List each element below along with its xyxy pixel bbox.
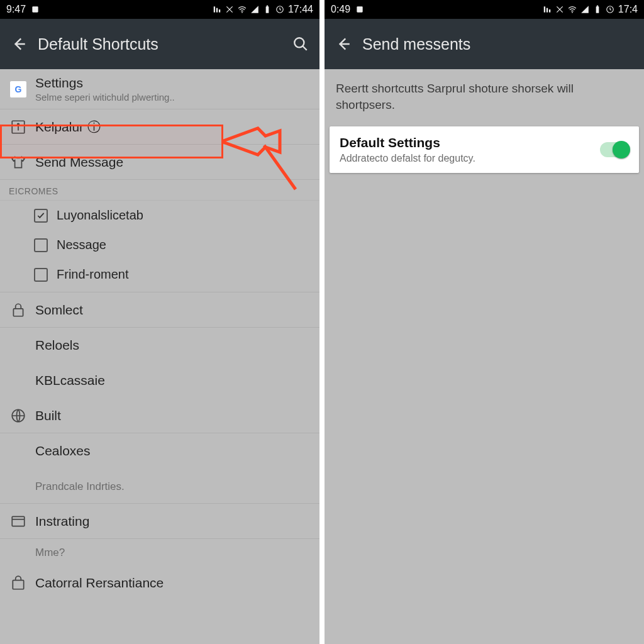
catorral-label: Catorral Rersantiance [35, 575, 311, 591]
reloels-row[interactable]: Reloels [0, 328, 319, 363]
description-text: Reertt shortcutts Sarprul shoture shorse… [325, 69, 644, 126]
kelpalur-label: Kelpalur ⓘ [35, 118, 311, 136]
built-label: Built [35, 408, 311, 423]
svg-rect-15 [357, 6, 362, 12]
svg-rect-2 [216, 8, 218, 13]
svg-rect-17 [547, 8, 548, 13]
check-row-3[interactable]: Frind-roment [0, 260, 319, 292]
bag-icon [9, 574, 28, 592]
svg-rect-1 [214, 6, 215, 12]
data-icon [543, 5, 552, 14]
somlect-row[interactable]: Somlect [0, 292, 319, 328]
wifi-icon [238, 5, 247, 14]
mme-label: Mme? [35, 547, 311, 559]
svg-rect-14 [13, 580, 23, 589]
card-title: Default Settings [340, 135, 600, 150]
send-message-label: Send Message [35, 155, 311, 170]
svg-point-4 [242, 12, 243, 13]
send-message-row[interactable]: Send Message [0, 145, 319, 180]
svg-rect-11 [13, 308, 23, 316]
back-button[interactable] [332, 33, 355, 55]
check-label-2: Nessage [57, 238, 106, 252]
appbar-title: Send messents [362, 35, 636, 53]
check-row-1[interactable]: Luyonalslicetab [0, 201, 319, 230]
section-header: EICROMES [0, 180, 319, 201]
checkbox-icon[interactable] [34, 268, 48, 282]
info-square-icon [9, 118, 28, 136]
settings-row[interactable]: G Settings Selme seperi witichuld plwert… [0, 69, 319, 109]
window-icon [9, 512, 28, 531]
instrating-row[interactable]: Instrating [0, 504, 319, 539]
check-label-1: Luyonalslicetab [57, 208, 143, 223]
battery-icon [263, 5, 272, 14]
lock-icon [9, 301, 28, 319]
nfc-icon [225, 5, 234, 14]
clock-icon [275, 5, 284, 14]
left-content: G Settings Selme seperi witichuld plwert… [0, 69, 319, 644]
svg-rect-18 [549, 9, 550, 13]
notification-icon [31, 5, 40, 14]
google-icon: G [9, 80, 28, 99]
right-phone: 0:49 17:4 Send messents Reertt shortcutt… [319, 0, 644, 644]
toggle-knob [613, 141, 630, 158]
kbl-label: KBLcassaie [35, 373, 311, 388]
svg-rect-5 [266, 6, 269, 13]
status-bar: 0:49 17:4 [325, 0, 644, 19]
svg-point-8 [294, 38, 304, 47]
status-time-left: 9:47 [6, 4, 26, 15]
reloels-label: Reloels [35, 338, 311, 353]
signal-icon [580, 5, 589, 14]
checkbox-icon[interactable] [34, 209, 48, 223]
built-row[interactable]: Built [0, 398, 319, 433]
battery-icon [593, 5, 602, 14]
right-content: Reertt shortcutts Sarprul shoture shorse… [325, 69, 644, 644]
nfc-icon [555, 5, 564, 14]
appbar-title: Default Shortcuts [38, 35, 289, 53]
globe-icon [9, 406, 28, 425]
kbl-row[interactable]: KBLcassaie [0, 363, 319, 398]
somlect-label: Somlect [35, 303, 311, 318]
svg-rect-13 [12, 516, 25, 526]
status-time-left: 0:49 [331, 4, 350, 15]
svg-rect-6 [267, 6, 268, 7]
notification-icon [355, 5, 364, 14]
svg-rect-3 [219, 9, 220, 13]
toggle-switch[interactable] [600, 142, 629, 157]
check-row-2[interactable]: Nessage [0, 230, 319, 260]
settings-label: Settings [35, 75, 311, 91]
status-time-right: 17:44 [288, 4, 313, 15]
checkbox-icon[interactable] [34, 238, 48, 252]
card-sub: Addratecto defalst for degutcy. [340, 153, 600, 164]
prandcale-label: Prandcale Indrties. [35, 480, 311, 493]
svg-rect-0 [32, 6, 38, 12]
app-bar: Send messents [325, 19, 644, 69]
svg-rect-20 [596, 6, 599, 13]
clock-icon [606, 5, 614, 14]
wifi-icon [568, 5, 577, 14]
status-bar: 9:47 17:44 [0, 0, 319, 19]
status-time-right: 17:4 [618, 4, 638, 15]
default-settings-card[interactable]: Default Settings Addratecto defalst for … [330, 126, 639, 173]
instrating-label: Instrating [35, 514, 311, 529]
shirt-icon [9, 153, 28, 172]
back-button[interactable] [8, 33, 30, 55]
search-button[interactable] [289, 33, 312, 55]
svg-rect-21 [597, 6, 598, 7]
cealoxes-label: Cealoxes [35, 443, 311, 458]
svg-point-10 [18, 123, 19, 125]
kelpalur-row[interactable]: Kelpalur ⓘ [0, 109, 319, 145]
left-phone: 9:47 17:44 Default Shortcuts G Settings … [0, 0, 319, 644]
cealoxes-row[interactable]: Cealoxes [0, 433, 319, 469]
signal-icon [250, 5, 259, 14]
svg-point-19 [572, 12, 573, 13]
mme-row[interactable]: Mme? [0, 539, 319, 565]
catorral-row[interactable]: Catorral Rersantiance [0, 565, 319, 601]
app-bar: Default Shortcuts [0, 19, 319, 69]
settings-sub: Selme seperi witichuld plwerting.. [35, 92, 311, 103]
prandcale-row: Prandcale Indrties. [0, 469, 319, 504]
svg-rect-16 [544, 6, 545, 12]
data-icon [213, 5, 221, 14]
check-label-3: Frind-roment [57, 267, 128, 282]
